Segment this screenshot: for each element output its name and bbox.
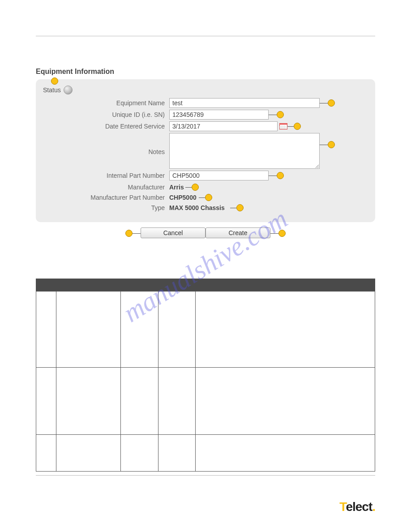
form-button-row: Cancel Create xyxy=(36,227,375,238)
manufacturer-value: Arris xyxy=(169,182,184,191)
table-cell xyxy=(56,368,121,435)
equipment-name-label: Equipment Name xyxy=(43,98,169,107)
annotation-connector xyxy=(320,145,328,145)
svg-rect-1 xyxy=(280,124,287,125)
table-cell xyxy=(56,435,121,472)
status-indicator-icon xyxy=(64,86,73,94)
equipment-form-panel: Status Equipment Name Unique ID (i.e. SN… xyxy=(36,79,375,222)
annotation-connector xyxy=(199,197,205,198)
create-button[interactable]: Create xyxy=(206,227,270,238)
annotation-dot xyxy=(277,172,284,179)
calendar-icon[interactable] xyxy=(279,122,287,131)
table-cell xyxy=(158,292,195,368)
date-entered-input[interactable] xyxy=(169,121,278,131)
annotation-connector xyxy=(133,233,141,234)
annotation-dot xyxy=(328,99,335,107)
top-divider xyxy=(36,36,375,36)
annotation-dot xyxy=(205,194,212,201)
annotation-connector xyxy=(185,187,192,188)
annotation-dot xyxy=(277,111,284,118)
annotation-dot xyxy=(125,230,133,237)
table-row xyxy=(36,368,375,435)
annotation-connector xyxy=(230,208,236,208)
table-cell xyxy=(158,368,195,435)
telect-logo: Telect. xyxy=(339,500,375,514)
table-section xyxy=(36,279,375,472)
table-cell xyxy=(36,435,56,472)
manufacturer-label: Manufacturer xyxy=(43,182,169,191)
internal-part-label: Internal Part Number xyxy=(43,171,169,179)
equipment-name-input[interactable] xyxy=(169,98,320,108)
notes-textarea[interactable] xyxy=(169,133,320,169)
annotation-dot xyxy=(328,141,335,148)
definition-table xyxy=(36,291,375,472)
unique-id-input[interactable] xyxy=(169,110,269,120)
table-row xyxy=(36,292,375,368)
internal-part-input[interactable] xyxy=(169,171,269,180)
table-cell xyxy=(121,368,158,435)
notes-label: Notes xyxy=(43,147,169,155)
table-cell xyxy=(121,435,158,472)
annotation-dot xyxy=(294,123,301,130)
annotation-dot xyxy=(278,230,286,237)
status-label: Status xyxy=(43,86,61,94)
type-label: Type xyxy=(43,203,169,211)
table-cell xyxy=(158,435,195,472)
annotation-connector xyxy=(270,233,278,234)
annotation-connector xyxy=(287,126,294,127)
type-value: MAX 5000 Chassis xyxy=(169,203,225,211)
table-cell xyxy=(36,292,56,368)
date-entered-label: Date Entered Service xyxy=(43,121,169,130)
table-header-bar xyxy=(36,279,375,291)
unique-id-label: Unique ID (i.e. SN) xyxy=(43,110,169,118)
mfr-part-value: CHP5000 xyxy=(169,193,197,201)
table-cell xyxy=(56,292,121,368)
annotation-dot xyxy=(236,204,244,211)
table-cell xyxy=(195,292,375,368)
annotation-dot xyxy=(192,184,199,191)
table-cell xyxy=(121,292,158,368)
annotation-connector xyxy=(269,176,277,176)
annotation-connector xyxy=(269,115,277,115)
annotation-connector xyxy=(320,103,328,103)
table-cell xyxy=(195,435,375,472)
annotation-dot xyxy=(51,77,58,85)
table-cell xyxy=(36,368,56,435)
cancel-button[interactable]: Cancel xyxy=(141,227,206,238)
section-title: Equipment Information xyxy=(36,68,375,76)
table-row xyxy=(36,435,375,472)
mfr-part-label: Manufacturer Part Number xyxy=(43,193,169,201)
bottom-divider xyxy=(36,475,375,476)
table-cell xyxy=(195,368,375,435)
